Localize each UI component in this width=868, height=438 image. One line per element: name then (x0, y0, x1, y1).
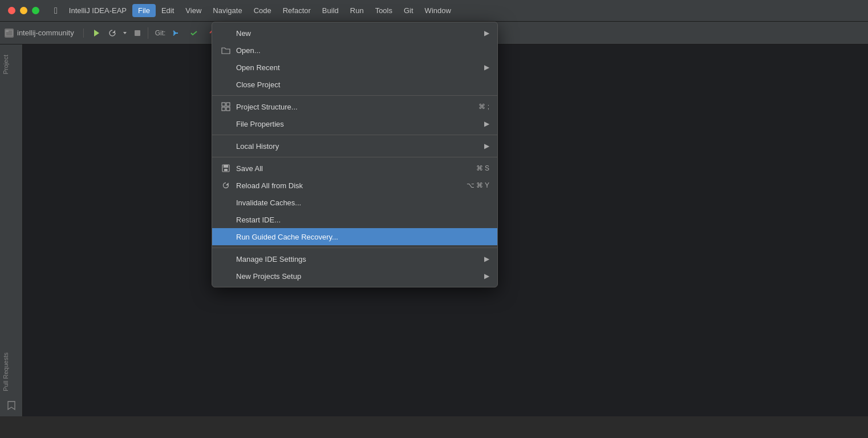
menu-item-run[interactable]: Run (344, 4, 370, 17)
run-guided-label: Run Guided Cache Recovery... (236, 233, 489, 241)
menu-item-refactor[interactable]: Refactor (277, 4, 317, 17)
menu-item-new[interactable]: New ▶ (212, 25, 497, 42)
toolbar-btn-stop[interactable] (129, 25, 145, 41)
local-history-label: Local History (236, 142, 480, 151)
menu-bar:  IntelliJ IDEA-EAP File Edit View Navig… (48, 0, 457, 21)
invalidate-caches-icon (220, 197, 232, 208)
manage-ide-settings-icon (220, 253, 232, 265)
sidebar-tab-pull-requests[interactable]: Pull Requests (0, 347, 22, 397)
toolbar-git-update[interactable] (168, 25, 184, 41)
menu-item-git[interactable]: Git (398, 4, 419, 17)
open-icon (220, 44, 232, 56)
svg-rect-1 (6, 30, 9, 32)
left-sidebar: Project Pull Requests (0, 44, 23, 416)
open-recent-arrow: ▶ (484, 63, 489, 71)
traffic-lights (0, 7, 39, 14)
svg-marker-2 (94, 30, 99, 36)
manage-ide-settings-label: Manage IDE Settings (236, 255, 480, 263)
divider-3 (212, 157, 497, 157)
local-history-arrow: ▶ (484, 142, 489, 150)
reload-all-shortcut: ⌥ ⌘ Y (467, 181, 489, 189)
menu-item-restart-ide[interactable]: Restart IDE... (212, 211, 497, 228)
new-icon (220, 27, 232, 39)
project-structure-icon (220, 101, 232, 112)
menu-item-build[interactable]: Build (317, 4, 344, 17)
menu-item-close-project[interactable]: Close Project (212, 76, 497, 93)
title-bar:  IntelliJ IDEA-EAP File Edit View Navig… (0, 0, 868, 22)
close-project-label: Close Project (236, 80, 489, 89)
svg-marker-4 (123, 32, 127, 34)
menu-item-project-structure[interactable]: Project Structure... ⌘ ; (212, 98, 497, 115)
project-name: intellij-community (17, 29, 74, 37)
maximize-button[interactable] (32, 7, 39, 14)
menu-item-tools[interactable]: Tools (370, 4, 398, 17)
menu-item-window[interactable]: Window (419, 4, 457, 17)
menu-item-file[interactable]: File (132, 4, 156, 17)
project-structure-shortcut: ⌘ ; (478, 103, 489, 111)
save-all-icon (220, 163, 232, 174)
toolbar-btn-dropdown[interactable] (120, 25, 129, 41)
menu-item-code[interactable]: Code (248, 4, 277, 17)
reload-icon (220, 180, 232, 191)
menu-item-new-projects-setup[interactable]: New Projects Setup ▶ (212, 267, 497, 285)
menu-item-file-properties[interactable]: File Properties ▶ (212, 115, 497, 132)
minimize-button[interactable] (20, 7, 27, 14)
menu-item-save-all[interactable]: Save All ⌘ S (212, 160, 497, 177)
app-menu-intellij[interactable]: IntelliJ IDEA-EAP (63, 4, 132, 17)
menu-item-open[interactable]: Open... (212, 42, 497, 59)
sidebar-icon-bookmark[interactable] (5, 399, 18, 412)
toolbar-btn-run[interactable] (88, 25, 104, 41)
menu-item-edit[interactable]: Edit (156, 4, 180, 17)
menu-item-manage-ide-settings[interactable]: Manage IDE Settings ▶ (212, 250, 497, 267)
open-recent-label: Open Recent (236, 63, 480, 72)
divider-2 (212, 135, 497, 135)
divider-4 (212, 248, 497, 248)
svg-rect-5 (135, 30, 140, 36)
file-properties-arrow: ▶ (484, 120, 489, 128)
run-guided-icon (220, 231, 232, 242)
reload-all-label: Reload All from Disk (236, 181, 455, 190)
svg-rect-13 (226, 103, 230, 106)
svg-rect-12 (222, 103, 225, 106)
manage-ide-settings-arrow: ▶ (484, 255, 489, 263)
new-arrow: ▶ (484, 29, 489, 37)
toolbar-separator-1 (148, 27, 148, 39)
svg-rect-14 (222, 107, 225, 111)
save-all-shortcut: ⌘ S (476, 164, 489, 172)
git-label: Git: (155, 29, 166, 37)
invalidate-caches-label: Invalidate Caches... (236, 198, 489, 207)
toolbar-btn-refresh[interactable] (104, 25, 120, 41)
project-structure-label: Project Structure... (236, 103, 467, 111)
open-recent-icon (220, 62, 232, 73)
svg-rect-15 (226, 107, 230, 111)
toolbar-git-section: Git: (155, 25, 221, 41)
new-projects-setup-arrow: ▶ (484, 272, 489, 280)
project-icon (5, 29, 14, 38)
menu-item-view[interactable]: View (180, 4, 207, 17)
file-properties-label: File Properties (236, 120, 480, 128)
file-properties-icon (220, 118, 232, 129)
svg-rect-18 (224, 169, 228, 171)
menu-item-open-recent[interactable]: Open Recent ▶ (212, 59, 497, 76)
svg-rect-17 (224, 165, 228, 168)
new-label: New (236, 29, 480, 38)
close-project-icon (220, 79, 232, 90)
menu-item-run-guided[interactable]: Run Guided Cache Recovery... (212, 228, 497, 245)
divider-1 (212, 95, 497, 96)
menu-item-local-history[interactable]: Local History ▶ (212, 137, 497, 155)
new-projects-setup-icon (220, 270, 232, 282)
menu-item-invalidate-caches[interactable]: Invalidate Caches... (212, 194, 497, 211)
restart-ide-icon (220, 214, 232, 225)
menu-item-navigate[interactable]: Navigate (207, 4, 248, 17)
save-all-label: Save All (236, 164, 465, 173)
menu-item-reload-all[interactable]: Reload All from Disk ⌥ ⌘ Y (212, 177, 497, 194)
toolbar-git-commit[interactable] (186, 25, 202, 41)
close-button[interactable] (8, 7, 15, 14)
file-dropdown-menu: New ▶ Open... Open Recent ▶ Close Projec… (212, 22, 498, 287)
sidebar-tab-project[interactable]: Project (0, 49, 22, 80)
local-history-icon (220, 140, 232, 152)
open-label: Open... (236, 46, 489, 55)
apple-menu[interactable]:  (48, 3, 63, 18)
new-projects-setup-label: New Projects Setup (236, 272, 480, 281)
restart-ide-label: Restart IDE... (236, 216, 489, 224)
